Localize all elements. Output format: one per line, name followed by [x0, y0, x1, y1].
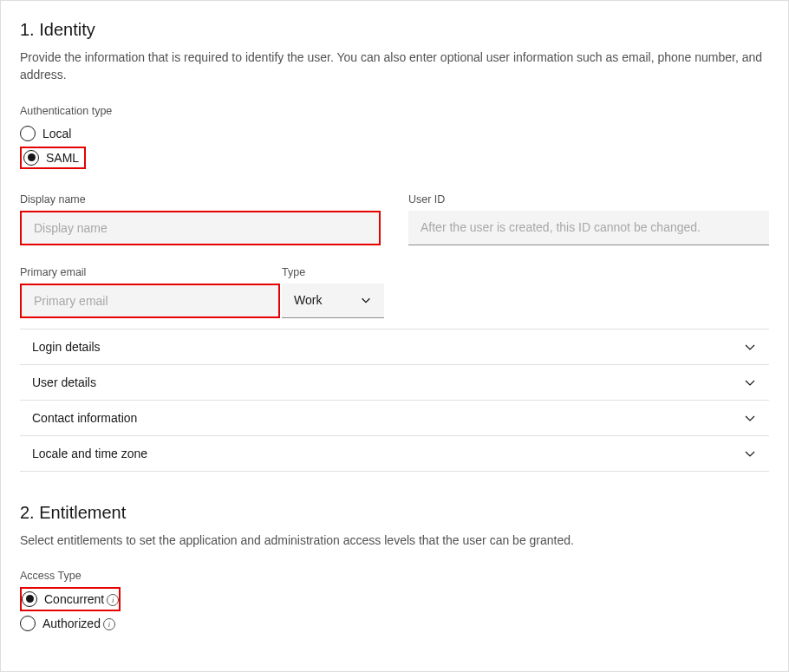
chevron-down-icon	[743, 411, 757, 425]
primary-email-highlight	[20, 284, 280, 318]
user-id-label: User ID	[408, 193, 769, 206]
accordion-locale[interactable]: Locale and time zone	[20, 435, 769, 472]
email-type-label: Type	[282, 266, 384, 278]
auth-saml-option[interactable]: SAML	[20, 147, 86, 169]
info-icon[interactable]: i	[107, 594, 119, 606]
accordion-label: Locale and time zone	[32, 447, 147, 460]
radio-icon	[22, 591, 37, 607]
info-icon[interactable]: i	[103, 618, 115, 630]
auth-local-option[interactable]: Local	[20, 122, 769, 145]
chevron-down-icon	[743, 340, 757, 354]
auth-saml-label: SAML	[46, 151, 79, 165]
display-name-highlight	[20, 211, 381, 245]
email-type-value: Work	[294, 293, 360, 307]
auth-local-label: Local	[42, 127, 71, 140]
auth-type-label: Authentication type	[20, 105, 769, 117]
access-concurrent-option[interactable]: Concurrenti	[20, 587, 121, 611]
chevron-down-icon	[360, 294, 372, 306]
chevron-down-icon	[743, 375, 757, 389]
accordion-label: User details	[32, 375, 96, 389]
access-authorized-text: Authorized	[42, 617, 101, 630]
access-type-label: Access Type	[20, 570, 769, 582]
access-concurrent-text: Concurrent	[44, 592, 104, 606]
access-authorized-label: Authorizedi	[42, 617, 115, 630]
access-concurrent-label: Concurrenti	[44, 592, 119, 606]
user-id-input[interactable]	[408, 211, 769, 245]
email-type-select[interactable]: Work	[282, 284, 384, 318]
access-authorized-option[interactable]: Authorizedi	[20, 613, 769, 634]
accordion-label: Login details	[32, 340, 101, 354]
radio-icon	[20, 126, 36, 141]
identity-description: Provide the information that is required…	[20, 49, 769, 84]
entitlement-title: 2. Entitlement	[20, 503, 769, 523]
radio-icon	[20, 616, 36, 631]
accordion-contact-info[interactable]: Contact information	[20, 400, 769, 435]
identity-title: 1. Identity	[20, 20, 769, 40]
radio-icon	[23, 150, 39, 166]
chevron-down-icon	[743, 447, 757, 460]
primary-email-input[interactable]	[22, 285, 278, 316]
display-name-input[interactable]	[22, 212, 379, 244]
primary-email-label: Primary email	[20, 266, 280, 278]
accordion-label: Contact information	[32, 411, 137, 425]
accordion-user-details[interactable]: User details	[20, 364, 769, 400]
accordion-login-details[interactable]: Login details	[20, 329, 769, 364]
display-name-label: Display name	[20, 193, 381, 206]
identity-accordion: Login details User details Contact infor…	[20, 329, 769, 472]
entitlement-description: Select entitlements to set the applicati…	[20, 532, 769, 549]
